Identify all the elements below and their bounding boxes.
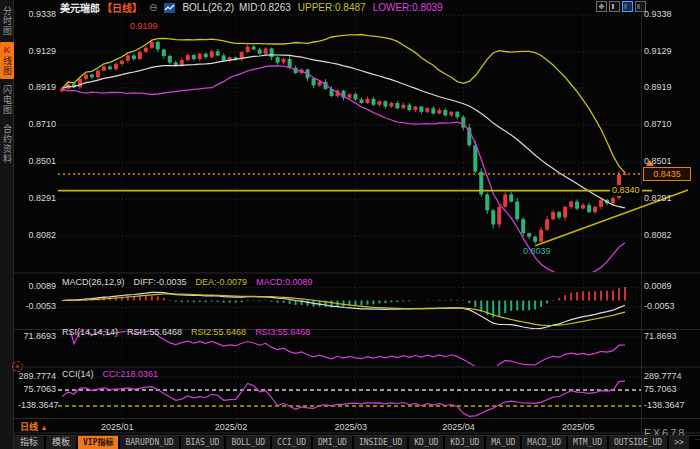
macd-diff-value: DIFF:-0.0035: [134, 277, 187, 288]
price-axis-right-5: 0.8291: [644, 193, 672, 204]
toolbar-item-[interactable]: >>: [669, 436, 689, 449]
toolbar-item-bollud[interactable]: BOLL_UD: [226, 436, 270, 449]
macd-panel-title: MACD(26,12,9) DIFF:-0.0035 DEA:-0.0079 M…: [62, 277, 313, 288]
macd-name: MACD(26,12,9): [62, 277, 125, 288]
toolbar-item-cciud[interactable]: CCI_UD: [272, 436, 311, 449]
price-axis-left-3: 0.8710: [18, 119, 56, 130]
cci-axis-left-0: 289.7774: [18, 371, 56, 382]
boll-lower-value: LOWER:0.8039: [373, 2, 443, 13]
date-tick-3: 2025/04: [442, 422, 475, 433]
price-axis-right-3: 0.8710: [644, 119, 672, 130]
cci-axis-right-1: 75.7063: [644, 384, 677, 395]
indicator-name: BOLL(26,2): [182, 2, 234, 13]
window-controls: ✥: [596, 1, 646, 12]
date-tick-2: 2025/03: [334, 422, 367, 433]
cci-panel-title: CCI(14) CCI:218.0361: [62, 369, 158, 380]
rsi-axis-left-0: 71.8693: [18, 331, 56, 342]
toolbar-item-[interactable]: 指标: [14, 436, 44, 449]
price-axis-right-0: 0.9338: [644, 9, 672, 20]
left-sidebar: 分时图K线图闪电图合约资料: [0, 0, 14, 449]
rsi2-value: RSI2:55.6468: [191, 327, 246, 338]
resize-gripper: ‾‾ ‾‾‾: [691, 436, 700, 449]
symbol-title: 美元瑞郎: [60, 0, 100, 15]
boll-mid-value: MID:0.8263: [239, 2, 291, 13]
macd-bar-value: MACD:0.0089: [256, 277, 313, 288]
cci-value: CCI:218.0361: [103, 369, 159, 380]
toolbar-item-kdjud[interactable]: KDJ_UD: [445, 436, 484, 449]
price-axis-right-4: 0.8501: [644, 156, 672, 167]
toolbar-item-barupdnud[interactable]: BARUPDN_UD: [120, 436, 178, 449]
layout-left-panel-icon[interactable]: [609, 1, 620, 12]
macd-axis-left-1: -0.0053: [18, 301, 56, 312]
toolbar-item-[interactable]: 模板: [46, 436, 76, 449]
boll-upper-value: UPPER:0.8487: [298, 2, 366, 13]
rsi1-value: RSI1:55.6468: [127, 327, 182, 338]
macd-axis-right-0: 0.0089: [644, 281, 672, 292]
toolbar-item-dmiud[interactable]: DMI_UD: [313, 436, 352, 449]
toolbar-item-insideud[interactable]: INSIDE_UD: [354, 436, 407, 449]
toolbar-item-kdud[interactable]: KD_UD: [409, 436, 443, 449]
cci-axis-left-1: 75.7063: [18, 384, 56, 395]
sidebar-tab-4[interactable]: 合约资料: [0, 121, 14, 167]
rsi-name: RSI(14,14,14): [62, 327, 118, 338]
chart-header: 美元瑞郎 【日线】 ⊖ BOLL(26,2) MID:0.8263 UPPER:…: [60, 1, 443, 14]
indicator-toolbar: 指标模板VIP指标BARUPDN_UDBIAS_UDBOLL_UDCCI_UDD…: [14, 435, 700, 449]
toolbar-item-outsideud[interactable]: OUTSIDE_UD: [609, 436, 667, 449]
toolbar-item-biasud[interactable]: BIAS_UD: [181, 436, 225, 449]
date-tick-1: 2025/02: [215, 422, 248, 433]
price-axis-left-5: 0.8291: [18, 193, 56, 204]
toolbar-item-vip[interactable]: VIP指标: [78, 436, 118, 449]
chart-thumbnail-icon: [164, 3, 175, 13]
toolbar-item-mtmud[interactable]: MTM_UD: [568, 436, 607, 449]
cci-axis-left-2: -138.3647: [18, 400, 56, 411]
chart-canvas[interactable]: [0, 0, 700, 449]
drawn-line-price-label[interactable]: 0.8340: [610, 185, 642, 196]
sidebar-tab-2[interactable]: K线图: [0, 42, 14, 79]
price-axis-right-1: 0.9129: [644, 46, 672, 57]
period-selector[interactable]: 日线 ▲: [20, 422, 47, 433]
cci-axis-right-0: 289.7774: [644, 371, 682, 382]
sidebar-tab-1[interactable]: 分时图: [0, 3, 14, 39]
toolbar-item-macdud[interactable]: MACD_UD: [522, 436, 566, 449]
date-tick-0: 2025/01: [101, 422, 134, 433]
toolbar-item-maud[interactable]: MA_UD: [486, 436, 520, 449]
macd-axis-left-0: 0.0089: [18, 281, 56, 292]
swing-low-label: 0.8039: [523, 246, 551, 257]
price-axis-left-6: 0.8082: [18, 230, 56, 241]
price-axis-right-6: 0.8082: [644, 230, 672, 241]
cci-name: CCI(14): [62, 369, 94, 380]
rsi-panel-title: RSI(14,14,14) RSI1:55.6468 RSI2:55.6468 …: [62, 327, 310, 338]
period-arrow-icon: ▲: [41, 424, 48, 431]
current-price-badge: 0.8435: [643, 167, 691, 181]
macd-dea-value: DEA:-0.0079: [196, 277, 248, 288]
app-window: 分时图K线图闪电图合约资料 美元瑞郎 【日线】 ⊖ BOLL(26,2) MID…: [0, 0, 700, 449]
price-axis-right-2: 0.8919: [644, 82, 672, 93]
price-axis-left-0: 0.9338: [18, 9, 56, 20]
rsi-axis-right-0: 71.8693: [644, 331, 677, 342]
period-tag[interactable]: 【日线】: [102, 0, 142, 15]
collapse-indicator-icon[interactable]: ⊖: [149, 3, 157, 13]
rsi3-value: RSI3:55.6468: [255, 327, 310, 338]
sidebar-tab-3[interactable]: 闪电图: [0, 82, 14, 118]
cci-axis-right-2: -138.3647: [644, 400, 685, 411]
price-axis-left-4: 0.8501: [18, 156, 56, 167]
expand-icon[interactable]: ✥: [596, 1, 607, 12]
price-axis-left-2: 0.8919: [18, 82, 56, 93]
date-tick-4: 2025/05: [562, 422, 595, 433]
layout-chart-panel-icon[interactable]: [622, 1, 633, 12]
swing-high-label: 0.9199: [130, 21, 158, 32]
macd-axis-right-1: -0.0053: [644, 301, 675, 312]
period-label: 日线: [20, 422, 38, 432]
price-axis-left-1: 0.9129: [18, 46, 56, 57]
